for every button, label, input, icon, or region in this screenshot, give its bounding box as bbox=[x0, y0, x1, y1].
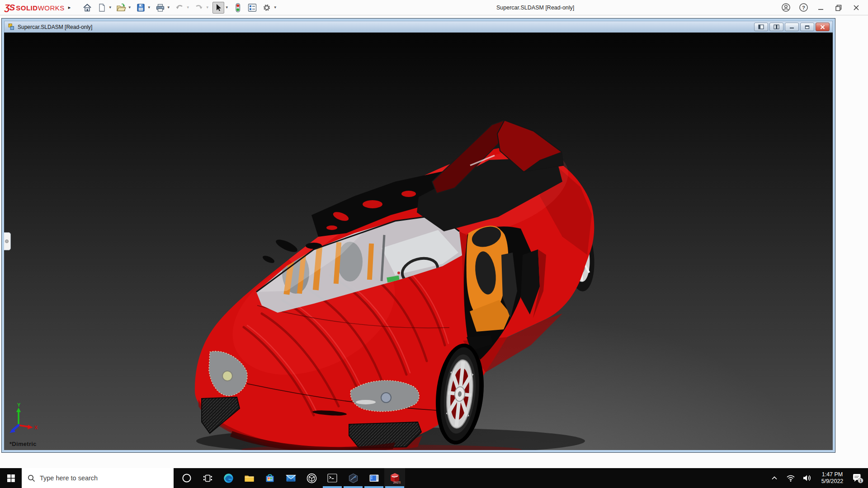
undo-icon bbox=[175, 3, 184, 13]
solidworks-logo-bold: SOLID bbox=[16, 4, 38, 12]
print-caret[interactable]: ▼ bbox=[166, 5, 171, 9]
chevron-up-icon bbox=[771, 474, 778, 482]
minimize-button[interactable] bbox=[816, 2, 826, 13]
help-button[interactable]: ? bbox=[798, 2, 809, 13]
hexagon-app-icon bbox=[348, 473, 359, 484]
triad-y-label: Y bbox=[17, 402, 21, 408]
close-button[interactable] bbox=[851, 2, 862, 13]
mdi-area: Supercar.SLDASM [Read-only] bbox=[0, 16, 868, 468]
document-titlebar[interactable]: Supercar.SLDASM [Read-only] bbox=[4, 21, 833, 33]
pane-right-icon bbox=[774, 24, 779, 29]
taskbar-search[interactable] bbox=[22, 468, 174, 488]
solidworks-logo: ƷS SOLID WORKS bbox=[5, 3, 65, 13]
search-icon bbox=[28, 474, 35, 482]
toolbar-flyout-arrow[interactable]: ▸ bbox=[68, 5, 71, 10]
taskbar-apps: 2021 bbox=[176, 468, 405, 488]
feature-tree-collapsed-tab[interactable] bbox=[4, 232, 11, 250]
rebuild-button[interactable] bbox=[232, 2, 244, 14]
network-button[interactable] bbox=[784, 474, 797, 482]
solidworks-year-badge: 2021 bbox=[393, 480, 401, 484]
microsoft-store-icon bbox=[264, 473, 275, 483]
restore-button[interactable] bbox=[833, 2, 844, 13]
taskbar-file-explorer[interactable] bbox=[239, 468, 259, 488]
action-center-button[interactable]: 1 bbox=[851, 472, 864, 484]
taskbar-command-prompt[interactable] bbox=[322, 468, 343, 488]
taskbar-clock[interactable]: 1:47 PM 5/9/2022 bbox=[816, 471, 848, 485]
redo-icon bbox=[194, 3, 204, 13]
app-titlebar: ƷS SOLID WORKS ▸ ▼ ▼ ▼ ▼ ▼ bbox=[0, 0, 868, 15]
new-document-button[interactable] bbox=[96, 2, 108, 14]
start-button[interactable] bbox=[0, 468, 22, 488]
taskbar-edge[interactable] bbox=[218, 468, 239, 488]
home-button[interactable] bbox=[81, 2, 93, 14]
close-icon bbox=[852, 4, 860, 12]
open-icon bbox=[116, 2, 127, 13]
new-document-caret[interactable]: ▼ bbox=[108, 5, 113, 9]
document-window: Supercar.SLDASM [Read-only] bbox=[1, 18, 835, 453]
cortana-icon bbox=[181, 473, 192, 483]
taskbar-task-view[interactable] bbox=[197, 468, 218, 488]
save-button[interactable] bbox=[135, 2, 146, 14]
undo-button[interactable] bbox=[174, 2, 185, 14]
account-icon bbox=[781, 3, 791, 12]
doc-close-button[interactable] bbox=[816, 23, 830, 31]
clock-time: 1:47 PM bbox=[818, 471, 847, 478]
select-tool-button[interactable] bbox=[212, 2, 224, 14]
print-icon bbox=[155, 3, 165, 13]
window-title: Supercar.SLDASM [Read-only] bbox=[496, 0, 574, 15]
pane-right-button[interactable] bbox=[769, 23, 783, 31]
account-button[interactable] bbox=[780, 2, 791, 13]
save-caret[interactable]: ▼ bbox=[146, 5, 151, 9]
taskbar-microsoft-store[interactable] bbox=[259, 468, 280, 488]
print-button[interactable] bbox=[154, 2, 166, 14]
taskbar-hexagon-app[interactable] bbox=[343, 468, 363, 488]
document-window-controls bbox=[754, 23, 830, 31]
taskbar-cortana[interactable] bbox=[176, 468, 197, 488]
solidworks-logo-glyph: ƷS bbox=[5, 3, 14, 13]
solidworks-2021-icon: 2021 bbox=[389, 472, 401, 484]
minimize-icon bbox=[817, 4, 825, 12]
speaker-icon bbox=[802, 474, 811, 482]
system-tray: 1:47 PM 5/9/2022 1 bbox=[768, 468, 868, 488]
select-tool-caret[interactable]: ▼ bbox=[224, 5, 229, 9]
options-gear-icon bbox=[262, 3, 272, 13]
quick-access-toolbar: ▼ ▼ ▼ ▼ ▼ ▼ ▼ bbox=[81, 2, 280, 14]
doc-restore-button[interactable] bbox=[800, 23, 814, 31]
options-caret[interactable]: ▼ bbox=[273, 5, 278, 9]
taskbar-solidworks[interactable]: 2021 bbox=[384, 468, 405, 488]
screen: ƷS SOLID WORKS ▸ ▼ ▼ ▼ ▼ ▼ bbox=[0, 0, 868, 488]
home-icon bbox=[82, 3, 92, 13]
triad-x-label: X bbox=[34, 425, 38, 430]
redo-button[interactable] bbox=[193, 2, 205, 14]
display-report-button[interactable] bbox=[246, 2, 258, 14]
taskbar-blue-window-app[interactable] bbox=[363, 468, 384, 488]
rebuild-traffic-light-icon bbox=[233, 3, 243, 13]
open-button[interactable] bbox=[115, 2, 127, 14]
options-button[interactable] bbox=[261, 2, 273, 14]
doc-restore-icon bbox=[805, 25, 810, 29]
doc-minimize-button[interactable] bbox=[785, 23, 799, 31]
search-input[interactable] bbox=[40, 474, 157, 482]
open-caret[interactable]: ▼ bbox=[127, 5, 132, 9]
undo-caret[interactable]: ▼ bbox=[185, 5, 190, 9]
supercar-model: Y X bbox=[4, 33, 833, 450]
taskbar-mail[interactable] bbox=[280, 468, 301, 488]
solidworks-logo-light: WORKS bbox=[38, 4, 65, 12]
pane-left-button[interactable] bbox=[754, 23, 768, 31]
viewport-3d[interactable]: Y X *Dimetric bbox=[4, 33, 833, 450]
new-document-icon bbox=[97, 3, 107, 13]
document-title: Supercar.SLDASM [Read-only] bbox=[18, 24, 92, 30]
notification-icon: 1 bbox=[852, 472, 863, 484]
hidden-icons-button[interactable] bbox=[768, 474, 781, 482]
volume-button[interactable] bbox=[800, 474, 814, 482]
taskbar-3d-viewer[interactable] bbox=[301, 468, 322, 488]
3d-viewer-icon bbox=[306, 473, 317, 484]
doc-close-icon bbox=[820, 25, 825, 29]
task-view-icon bbox=[203, 473, 213, 483]
panel-tab-grip-icon bbox=[5, 239, 9, 243]
edge-browser-icon bbox=[223, 473, 234, 484]
titlebar-right-controls: ? bbox=[780, 2, 868, 13]
windows-taskbar: 2021 1:47 PM 5/9/2022 1 bbox=[0, 468, 868, 488]
redo-caret[interactable]: ▼ bbox=[205, 5, 210, 9]
file-explorer-icon bbox=[244, 473, 255, 484]
